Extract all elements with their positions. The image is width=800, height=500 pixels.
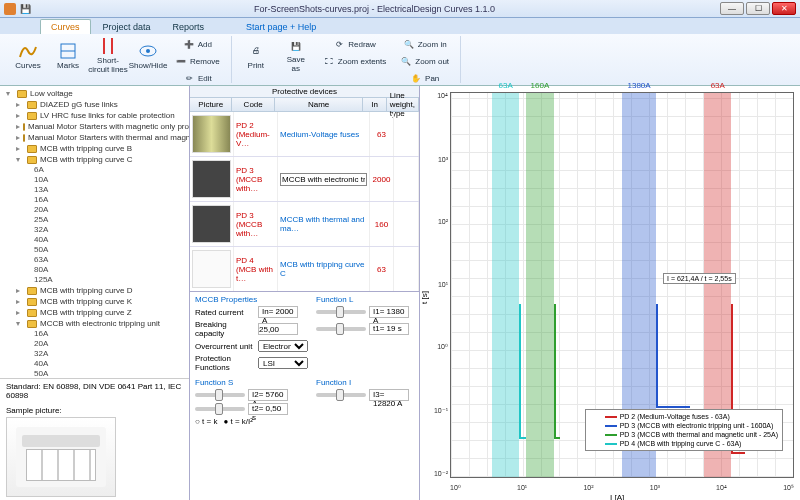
device-name[interactable]: MCCB with thermal and ma…: [278, 202, 370, 246]
chart-pane[interactable]: t [s] 10⁴10³10²10¹10⁰10⁻¹10⁻² 63A160A138…: [420, 86, 800, 500]
grid-row[interactable]: PD 2 (Medium-V… Medium-Voltage fuses 63: [190, 112, 419, 157]
hand-icon: ✋: [410, 72, 422, 84]
zoom-extents-button[interactable]: ⛶Zoom extents: [318, 53, 391, 69]
save-as-button[interactable]: 💾Save as: [278, 36, 314, 74]
tree-leaf[interactable]: 50A: [2, 245, 187, 255]
func-s-t2-slider[interactable]: [195, 407, 245, 411]
chart-plot-area[interactable]: 63A160A1380A63A PD 2 (Medium-Voltage fus…: [450, 92, 794, 478]
tree-leaf[interactable]: 50A: [2, 369, 187, 378]
tree-leaf[interactable]: 20A: [2, 339, 187, 349]
x-axis-label: I [A]: [610, 493, 624, 500]
tree-leaf[interactable]: 80A: [2, 265, 187, 275]
zoom-in-button[interactable]: 🔍Zoom in: [395, 36, 454, 52]
zoom-out-icon: 🔍: [400, 55, 412, 67]
curves-button[interactable]: Curves: [10, 36, 46, 74]
func-s-title: Function S: [195, 378, 308, 387]
device-in: 63: [370, 247, 394, 291]
tab-reports[interactable]: Reports: [163, 20, 215, 34]
pencil-icon: ✏: [183, 72, 195, 84]
sample-image: [16, 427, 106, 487]
tab-help[interactable]: Start page + Help: [236, 20, 326, 34]
protection-select[interactable]: LSI: [258, 357, 308, 369]
qat-save-icon[interactable]: 💾: [20, 4, 31, 14]
devices-grid[interactable]: Protective devices Picture Code Name In …: [190, 86, 419, 291]
tree-leaf[interactable]: 16A: [2, 195, 187, 205]
tree-leaf[interactable]: 10A: [2, 175, 187, 185]
tree-folder[interactable]: ▸Manual Motor Starters with thermal and …: [2, 132, 187, 143]
device-name[interactable]: MCB with tripping curve C: [278, 247, 370, 291]
zoom-extents-icon: ⛶: [323, 55, 335, 67]
redraw-button[interactable]: ⟳Redraw: [318, 36, 391, 52]
tree-leaf[interactable]: 32A: [2, 225, 187, 235]
func-s-mode[interactable]: t = kt = k/I²: [195, 417, 308, 426]
tree-folder[interactable]: ▸DIAZED gG fuse links: [2, 99, 187, 110]
print-button[interactable]: 🖨Print: [238, 36, 274, 74]
tree-leaf[interactable]: 6A: [2, 165, 187, 175]
add-button[interactable]: ➕Add: [170, 36, 225, 52]
ribbon: Curves Marks Short- circuit lines Show/H…: [0, 34, 800, 86]
properties-panel: MCCB Properties Function L Rated current…: [190, 291, 419, 429]
tree-folder[interactable]: ▸MCB with tripping curve K: [2, 296, 187, 307]
remove-button[interactable]: ➖Remove: [170, 53, 225, 69]
tree-folder[interactable]: ▸MCB with tripping curve Z: [2, 307, 187, 318]
tree-folder[interactable]: ▸MCB with tripping curve D: [2, 285, 187, 296]
device-thumb: [192, 250, 231, 288]
maximize-button[interactable]: ☐: [746, 2, 770, 15]
show-hide-button[interactable]: Show/Hide: [130, 36, 166, 74]
edit-button[interactable]: ✏Edit: [170, 70, 225, 86]
device-thumb: [192, 205, 231, 243]
tree-folder[interactable]: ▾MCB with tripping curve C: [2, 154, 187, 165]
device-in: 160: [370, 202, 394, 246]
chart-tooltip: I = 621,4A / t = 2,55s: [663, 273, 736, 284]
tree-leaf[interactable]: 32A: [2, 349, 187, 359]
tree-folder[interactable]: ▾MCCB with electronic tripping unit: [2, 318, 187, 329]
grid-row[interactable]: PD 4 (MCB with t… MCB with tripping curv…: [190, 247, 419, 291]
close-button[interactable]: ✕: [772, 2, 796, 15]
func-l-title: Function L: [316, 295, 414, 304]
grid-row[interactable]: PD 3 (MCCB with… 2000: [190, 157, 419, 202]
app-icon: [4, 3, 16, 15]
minimize-button[interactable]: —: [720, 2, 744, 15]
tree-root[interactable]: Low voltage: [30, 89, 73, 98]
device-name[interactable]: Medium-Voltage fuses: [278, 112, 370, 156]
tree-folder[interactable]: ▸Manual Motor Starters with magnetic onl…: [2, 121, 187, 132]
refresh-icon: ⟳: [333, 38, 345, 50]
device-tree[interactable]: ▾Low voltage ▸DIAZED gG fuse links▸LV HR…: [0, 86, 189, 378]
svg-point-5: [146, 49, 150, 53]
tree-leaf[interactable]: 16A: [2, 329, 187, 339]
device-name[interactable]: [278, 157, 370, 201]
device-in: 2000: [370, 157, 394, 201]
func-i-i3-slider[interactable]: [316, 393, 366, 397]
func-s-i2-slider[interactable]: [195, 393, 245, 397]
device-thumb: [192, 160, 231, 198]
tree-folder[interactable]: ▸MCB with tripping curve B: [2, 143, 187, 154]
breaking-capacity[interactable]: [258, 323, 298, 335]
grid-row[interactable]: PD 3 (MCCB with… MCCB with thermal and m…: [190, 202, 419, 247]
func-l-t1-slider[interactable]: [316, 327, 366, 331]
overcurrent-select[interactable]: Electronic: [258, 340, 308, 352]
name-edit[interactable]: [280, 173, 367, 186]
tree-leaf[interactable]: 13A: [2, 185, 187, 195]
sample-picture: Sample picture:: [0, 403, 189, 500]
tree-folder[interactable]: ▸LV HRC fuse links for cable protection: [2, 110, 187, 121]
device-code: PD 2 (Medium-V…: [234, 112, 278, 156]
rated-current[interactable]: In= 2000 A: [258, 306, 298, 318]
tab-curves[interactable]: Curves: [40, 19, 91, 34]
pan-button[interactable]: ✋Pan: [395, 70, 454, 86]
func-i-title: Function I: [316, 378, 414, 387]
tree-leaf[interactable]: 63A: [2, 255, 187, 265]
tree-leaf[interactable]: 20A: [2, 205, 187, 215]
tree-leaf[interactable]: 40A: [2, 235, 187, 245]
marks-button[interactable]: Marks: [50, 36, 86, 74]
tree-leaf[interactable]: 25A: [2, 215, 187, 225]
short-circuit-button[interactable]: Short- circuit lines: [90, 36, 126, 74]
minus-icon: ➖: [175, 55, 187, 67]
tab-project-data[interactable]: Project data: [93, 20, 161, 34]
tree-leaf[interactable]: 40A: [2, 359, 187, 369]
zoom-in-icon: 🔍: [403, 38, 415, 50]
device-code: PD 3 (MCCB with…: [234, 202, 278, 246]
tree-leaf[interactable]: 125A: [2, 275, 187, 285]
chart-legend: PD 2 (Medium-Voltage fuses - 63A)PD 3 (M…: [585, 409, 783, 451]
zoom-out-button[interactable]: 🔍Zoom out: [395, 53, 454, 69]
func-l-i1-slider[interactable]: [316, 310, 366, 314]
